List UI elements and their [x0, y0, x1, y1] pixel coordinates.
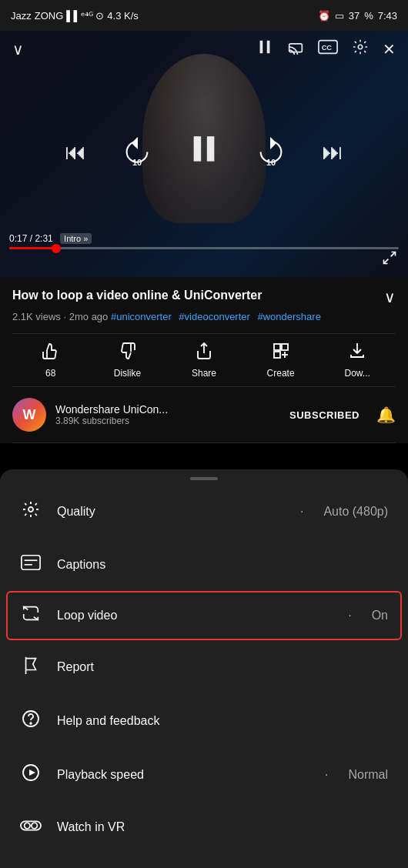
subscribed-button[interactable]: SUBSCRIBED — [289, 409, 360, 421]
download-button[interactable]: Dow... — [319, 342, 396, 379]
time-ago: 2mo ago — [69, 311, 109, 322]
channel-name[interactable]: Wondershare UniCon... — [55, 403, 280, 416]
panel-drag-handle — [190, 477, 218, 480]
svg-rect-18 — [22, 556, 40, 570]
share-label: Share — [192, 368, 216, 379]
collapse-icon[interactable]: ∨ — [12, 40, 24, 58]
dislike-icon — [118, 342, 136, 365]
quality-dot: · — [300, 505, 303, 519]
channel-info: Wondershare UniCon... 3.89K subscribers — [55, 403, 280, 426]
playback-dot: · — [325, 768, 328, 782]
carrier1-label: Jazz — [11, 10, 32, 22]
flag-icon — [20, 656, 42, 679]
playback-value: Normal — [348, 768, 388, 782]
svg-point-23 — [30, 723, 32, 724]
notifications-icon[interactable]: 🔔 — [376, 406, 396, 424]
playback-speed-label: Playback speed — [57, 768, 305, 782]
dislike-button[interactable]: Dislike — [89, 342, 166, 379]
close-icon[interactable]: ✕ — [383, 40, 396, 58]
upload-time: · — [64, 311, 69, 322]
create-button[interactable]: Create — [242, 342, 319, 379]
progress-fill — [9, 247, 56, 249]
video-center-controls: ⏮ 10 10 ⏭ — [0, 132, 408, 172]
next-icon[interactable]: ⏭ — [322, 139, 343, 165]
fullscreen-icon — [382, 253, 397, 269]
like-button[interactable]: 68 — [12, 342, 89, 379]
svg-line-10 — [391, 252, 396, 257]
download-label: Dow... — [344, 368, 370, 379]
progress-thumb[interactable] — [52, 244, 61, 253]
loop-icon — [20, 605, 42, 626]
svg-line-11 — [384, 259, 389, 264]
captions-label: Captions — [57, 558, 388, 572]
battery-label: ▭ — [335, 10, 344, 22]
rewind-10-button[interactable]: 10 — [117, 132, 157, 172]
playback-speed-menu-item[interactable]: Playback speed · Normal — [0, 748, 408, 802]
svg-rect-13 — [282, 344, 288, 350]
view-count: 2.1K views — [12, 311, 61, 322]
time-display: 0:17 / 2:31 Intro » — [9, 233, 399, 244]
quality-gear-icon — [20, 500, 42, 523]
video-top-controls: ∨ CC ✕ — [0, 38, 408, 59]
battery-percent: 37 — [349, 10, 360, 22]
cc-icon[interactable]: CC — [318, 39, 338, 58]
channel-subscribers: 3.89K subscribers — [55, 416, 280, 426]
progress-bar[interactable] — [9, 247, 399, 249]
status-bar: Jazz ZONG ▌▌ᵉ⁴ᴳ ⊙ 4.3 K/s ⏰ ▭ 37 % 7:43 — [0, 0, 408, 31]
create-label: Create — [267, 368, 295, 379]
channel-avatar: W — [12, 398, 46, 432]
status-right: ⏰ ▭ 37 % 7:43 — [318, 10, 397, 22]
video-title: How to loop a video online & UniConverte… — [12, 288, 378, 304]
captions-menu-item[interactable]: Captions — [0, 539, 408, 591]
svg-point-5 — [358, 45, 363, 49]
watch-vr-label: Watch in VR — [57, 820, 388, 834]
vr-icon — [20, 817, 42, 837]
quality-label: Quality — [57, 505, 280, 519]
tag-videoconverter[interactable]: #videoconverter — [179, 311, 250, 322]
expand-description-button[interactable]: ∨ — [384, 288, 396, 306]
video-player[interactable]: ∨ CC ✕ ⏮ 10 — [0, 31, 408, 277]
quality-value: Auto (480p) — [323, 505, 388, 519]
create-icon — [272, 342, 290, 365]
help-menu-item[interactable]: Help and feedback — [0, 694, 408, 748]
svg-point-27 — [25, 823, 30, 828]
report-menu-item[interactable]: Report — [0, 640, 408, 694]
video-meta: 2.1K views · 2mo ago #uniconverter #vide… — [12, 311, 396, 322]
time-label: 7:43 — [378, 10, 397, 22]
report-label: Report — [57, 660, 388, 674]
tag-wondershare[interactable]: #wondershare — [257, 311, 320, 322]
svg-rect-8 — [207, 136, 215, 161]
loop-video-menu-item[interactable]: Loop video · On — [6, 591, 402, 640]
share-button[interactable]: Share — [166, 342, 242, 379]
prev-icon[interactable]: ⏮ — [65, 139, 86, 165]
watch-vr-menu-item[interactable]: Watch in VR — [0, 802, 408, 853]
pause-icon[interactable] — [256, 38, 273, 59]
fullscreen-button[interactable] — [382, 250, 397, 269]
signal-text: ▌▌ᵉ⁴ᴳ ⊙ — [66, 10, 104, 22]
current-time: 0:17 — [9, 233, 27, 244]
help-icon — [20, 709, 42, 733]
data-speed: 4.3 K/s — [107, 10, 138, 22]
loop-label: Loop video — [57, 609, 328, 623]
svg-rect-0 — [260, 41, 263, 54]
like-count: 68 — [45, 368, 55, 379]
download-icon — [348, 342, 366, 365]
share-icon — [195, 342, 213, 365]
tag-uniconverter[interactable]: #uniconverter — [111, 311, 172, 322]
dislike-label: Dislike — [114, 368, 141, 379]
cast-icon[interactable] — [287, 39, 304, 58]
settings-icon[interactable] — [352, 38, 369, 59]
pause-center-icon[interactable] — [188, 132, 220, 172]
quality-menu-item[interactable]: Quality · Auto (480p) — [0, 485, 408, 539]
svg-rect-14 — [274, 352, 280, 358]
loop-value: On — [372, 609, 388, 623]
svg-rect-12 — [274, 344, 280, 350]
svg-point-17 — [28, 507, 33, 512]
total-time: 2:31 — [35, 233, 52, 244]
alarm-icon: ⏰ — [318, 10, 330, 22]
loop-dot: · — [348, 609, 351, 623]
like-icon — [42, 342, 60, 365]
svg-marker-6 — [132, 139, 137, 147]
content-area: How to loop a video online & UniConverte… — [0, 277, 408, 443]
forward-10-button[interactable]: 10 — [251, 132, 291, 172]
